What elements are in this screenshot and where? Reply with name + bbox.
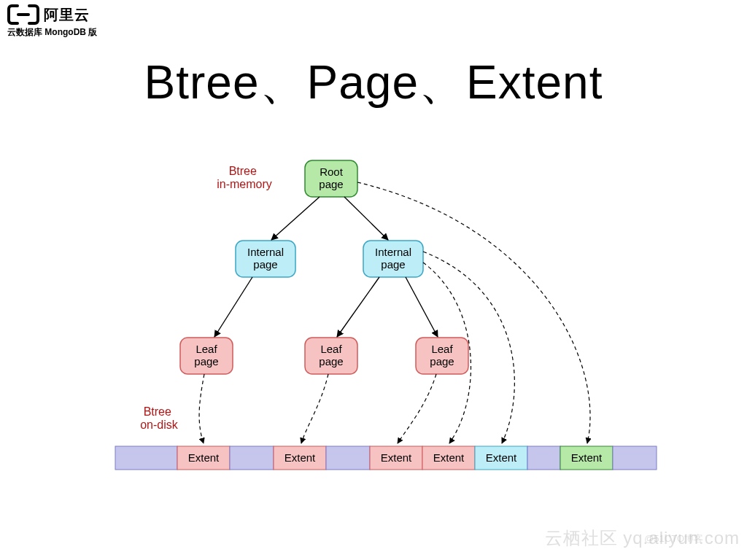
- disk-extents-bar: Extent Extent Extent Extent Extent Exten…: [115, 446, 657, 470]
- svg-text:Leafpage: Leafpage: [319, 343, 343, 368]
- tree-edges-dashed: [199, 182, 590, 443]
- svg-rect-24: [326, 446, 370, 470]
- node-root-page: Rootpage: [305, 160, 357, 197]
- svg-text:Extent: Extent: [571, 451, 603, 464]
- svg-text:Extent: Extent: [285, 451, 316, 464]
- label-on-disk: Btree on-disk: [140, 405, 179, 431]
- svg-rect-18: [115, 446, 177, 470]
- svg-text:Leafpage: Leafpage: [194, 343, 218, 368]
- svg-line-14: [344, 197, 388, 240]
- svg-text:Rootpage: Rootpage: [319, 166, 343, 190]
- btree-diagram: Btree in-memory Btree on-disk Rootpage I…: [0, 0, 747, 560]
- label-in-memory: Btree in-memory: [217, 165, 272, 190]
- watermark-sub: @51CTO博客: [644, 532, 703, 545]
- svg-line-13: [271, 197, 320, 240]
- node-leaf-page-3: Leafpage: [416, 338, 468, 374]
- node-internal-page-1: Internalpage: [236, 241, 295, 277]
- node-leaf-page-1: Leafpage: [180, 338, 233, 374]
- svg-line-15: [214, 277, 252, 337]
- svg-text:Leafpage: Leafpage: [430, 343, 454, 368]
- svg-text:Extent: Extent: [433, 451, 465, 464]
- svg-rect-34: [613, 446, 657, 470]
- svg-text:Extent: Extent: [486, 451, 517, 464]
- watermark-main: 云栖社区 yq.aliyun.com: [545, 526, 740, 550]
- svg-rect-21: [230, 446, 274, 470]
- svg-line-17: [406, 277, 438, 337]
- svg-line-16: [337, 277, 379, 337]
- svg-rect-31: [527, 446, 560, 470]
- node-internal-page-2: Internalpage: [363, 241, 423, 277]
- svg-text:Extent: Extent: [188, 451, 220, 464]
- svg-text:Extent: Extent: [381, 451, 412, 464]
- node-leaf-page-2: Leafpage: [305, 338, 357, 374]
